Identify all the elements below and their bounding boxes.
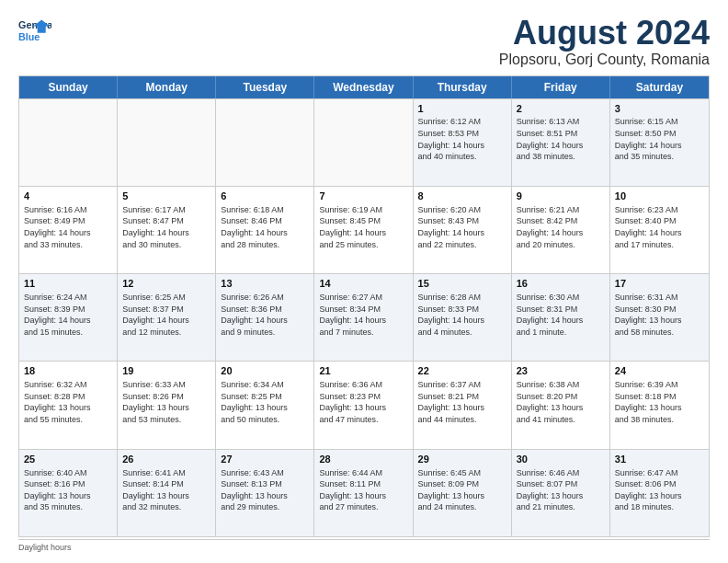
calendar-week-row: 1Sunrise: 6:12 AM Sunset: 8:53 PM Daylig… (19, 98, 709, 186)
cell-info: Sunrise: 6:12 AM Sunset: 8:53 PM Dayligh… (418, 117, 485, 161)
day-number: 16 (517, 277, 605, 291)
cell-info: Sunrise: 6:46 AM Sunset: 8:07 PM Dayligh… (517, 468, 584, 512)
calendar-cell: 10Sunrise: 6:23 AM Sunset: 8:40 PM Dayli… (610, 187, 709, 273)
day-number: 1 (418, 102, 506, 116)
cell-info: Sunrise: 6:47 AM Sunset: 8:06 PM Dayligh… (615, 468, 682, 512)
calendar-cell: 19Sunrise: 6:33 AM Sunset: 8:26 PM Dayli… (118, 362, 216, 448)
day-number: 26 (122, 453, 210, 466)
calendar-cell: 15Sunrise: 6:28 AM Sunset: 8:33 PM Dayli… (414, 274, 512, 361)
calendar-cell (314, 99, 413, 186)
calendar-cell: 23Sunrise: 6:38 AM Sunset: 8:20 PM Dayli… (512, 362, 610, 448)
calendar-cell: 7Sunrise: 6:19 AM Sunset: 8:45 PM Daylig… (314, 187, 413, 273)
calendar-cell: 13Sunrise: 6:26 AM Sunset: 8:36 PM Dayli… (216, 274, 314, 361)
day-number: 14 (319, 277, 407, 291)
cell-info: Sunrise: 6:33 AM Sunset: 8:26 PM Dayligh… (122, 380, 189, 424)
calendar-cell: 28Sunrise: 6:44 AM Sunset: 8:11 PM Dayli… (314, 450, 413, 536)
day-number: 29 (418, 453, 506, 466)
calendar-cell: 6Sunrise: 6:18 AM Sunset: 8:46 PM Daylig… (216, 187, 314, 273)
day-number: 19 (122, 364, 210, 378)
calendar-cell: 5Sunrise: 6:17 AM Sunset: 8:47 PM Daylig… (118, 187, 216, 273)
calendar-cell: 1Sunrise: 6:12 AM Sunset: 8:53 PM Daylig… (414, 99, 512, 186)
day-number: 20 (221, 364, 309, 378)
day-number: 25 (24, 453, 112, 466)
day-number: 12 (122, 277, 210, 291)
day-number: 23 (517, 364, 605, 378)
cell-info: Sunrise: 6:25 AM Sunset: 8:37 PM Dayligh… (122, 293, 189, 337)
day-number: 4 (24, 190, 112, 203)
cell-info: Sunrise: 6:15 AM Sunset: 8:50 PM Dayligh… (615, 117, 682, 161)
calendar-cell: 21Sunrise: 6:36 AM Sunset: 8:23 PM Dayli… (314, 362, 413, 448)
logo-icon: GeneralBlue (18, 15, 51, 48)
calendar-cell: 2Sunrise: 6:13 AM Sunset: 8:51 PM Daylig… (512, 99, 610, 186)
day-number: 21 (319, 364, 407, 378)
calendar-header-cell: Sunday (19, 76, 118, 98)
day-number: 15 (418, 277, 506, 291)
calendar-cell (216, 99, 314, 186)
calendar-cell: 20Sunrise: 6:34 AM Sunset: 8:25 PM Dayli… (216, 362, 314, 448)
calendar-cell: 4Sunrise: 6:16 AM Sunset: 8:49 PM Daylig… (19, 187, 118, 273)
calendar-week-row: 25Sunrise: 6:40 AM Sunset: 8:16 PM Dayli… (19, 449, 709, 536)
cell-info: Sunrise: 6:32 AM Sunset: 8:28 PM Dayligh… (24, 380, 91, 424)
day-number: 30 (517, 453, 605, 466)
calendar-week-row: 4Sunrise: 6:16 AM Sunset: 8:49 PM Daylig… (19, 186, 709, 273)
header: GeneralBlue August 2024 Plopsoru, Gorj C… (18, 15, 710, 68)
calendar-header-cell: Wednesday (314, 76, 413, 98)
calendar-week-row: 18Sunrise: 6:32 AM Sunset: 8:28 PM Dayli… (19, 361, 709, 448)
title-section: August 2024 Plopsoru, Gorj County, Roman… (499, 15, 710, 68)
calendar-cell: 26Sunrise: 6:41 AM Sunset: 8:14 PM Dayli… (118, 450, 216, 536)
calendar-header-cell: Monday (118, 76, 216, 98)
calendar-header-cell: Tuesday (216, 76, 314, 98)
page: GeneralBlue August 2024 Plopsoru, Gorj C… (0, 0, 728, 563)
calendar-header-cell: Friday (512, 76, 610, 98)
day-number: 11 (24, 277, 112, 291)
calendar-header-cell: Thursday (414, 76, 512, 98)
day-number: 22 (418, 364, 506, 378)
calendar-cell: 12Sunrise: 6:25 AM Sunset: 8:37 PM Dayli… (118, 274, 216, 361)
calendar-cell: 17Sunrise: 6:31 AM Sunset: 8:30 PM Dayli… (610, 274, 709, 361)
day-number: 5 (122, 190, 210, 203)
calendar-header-cell: Saturday (610, 76, 709, 98)
calendar-cell: 16Sunrise: 6:30 AM Sunset: 8:31 PM Dayli… (512, 274, 610, 361)
calendar: SundayMondayTuesdayWednesdayThursdayFrid… (18, 75, 710, 537)
cell-info: Sunrise: 6:41 AM Sunset: 8:14 PM Dayligh… (122, 468, 189, 512)
calendar-cell: 31Sunrise: 6:47 AM Sunset: 8:06 PM Dayli… (610, 450, 709, 536)
cell-info: Sunrise: 6:31 AM Sunset: 8:30 PM Dayligh… (615, 293, 682, 337)
calendar-header-row: SundayMondayTuesdayWednesdayThursdayFrid… (19, 76, 709, 98)
cell-info: Sunrise: 6:28 AM Sunset: 8:33 PM Dayligh… (418, 293, 485, 337)
calendar-cell: 18Sunrise: 6:32 AM Sunset: 8:28 PM Dayli… (19, 362, 118, 448)
day-number: 10 (615, 190, 704, 203)
cell-info: Sunrise: 6:43 AM Sunset: 8:13 PM Dayligh… (221, 468, 288, 512)
cell-info: Sunrise: 6:24 AM Sunset: 8:39 PM Dayligh… (24, 293, 91, 337)
main-title: August 2024 (499, 15, 710, 52)
day-number: 18 (24, 364, 112, 378)
cell-info: Sunrise: 6:30 AM Sunset: 8:31 PM Dayligh… (517, 293, 584, 337)
cell-info: Sunrise: 6:40 AM Sunset: 8:16 PM Dayligh… (24, 468, 91, 512)
day-number: 3 (615, 102, 704, 116)
day-number: 27 (221, 453, 309, 466)
cell-info: Sunrise: 6:13 AM Sunset: 8:51 PM Dayligh… (517, 117, 584, 161)
calendar-week-row: 11Sunrise: 6:24 AM Sunset: 8:39 PM Dayli… (19, 273, 709, 361)
cell-info: Sunrise: 6:38 AM Sunset: 8:20 PM Dayligh… (517, 380, 584, 424)
calendar-cell: 8Sunrise: 6:20 AM Sunset: 8:43 PM Daylig… (414, 187, 512, 273)
calendar-cell: 22Sunrise: 6:37 AM Sunset: 8:21 PM Dayli… (414, 362, 512, 448)
calendar-cell: 3Sunrise: 6:15 AM Sunset: 8:50 PM Daylig… (610, 99, 709, 186)
cell-info: Sunrise: 6:26 AM Sunset: 8:36 PM Dayligh… (221, 293, 288, 337)
calendar-cell (118, 99, 216, 186)
day-number: 6 (221, 190, 309, 203)
day-number: 9 (517, 190, 605, 203)
cell-info: Sunrise: 6:20 AM Sunset: 8:43 PM Dayligh… (418, 205, 485, 249)
subtitle: Plopsoru, Gorj County, Romania (499, 52, 710, 68)
cell-info: Sunrise: 6:19 AM Sunset: 8:45 PM Dayligh… (319, 205, 386, 249)
calendar-cell: 24Sunrise: 6:39 AM Sunset: 8:18 PM Dayli… (610, 362, 709, 448)
calendar-cell: 30Sunrise: 6:46 AM Sunset: 8:07 PM Dayli… (512, 450, 610, 536)
cell-info: Sunrise: 6:34 AM Sunset: 8:25 PM Dayligh… (221, 380, 288, 424)
cell-info: Sunrise: 6:45 AM Sunset: 8:09 PM Dayligh… (418, 468, 485, 512)
cell-info: Sunrise: 6:44 AM Sunset: 8:11 PM Dayligh… (319, 468, 386, 512)
cell-info: Sunrise: 6:37 AM Sunset: 8:21 PM Dayligh… (418, 380, 485, 424)
calendar-body: 1Sunrise: 6:12 AM Sunset: 8:53 PM Daylig… (19, 98, 709, 536)
day-number: 28 (319, 453, 407, 466)
logo: GeneralBlue (18, 15, 51, 48)
cell-info: Sunrise: 6:23 AM Sunset: 8:40 PM Dayligh… (615, 205, 682, 249)
calendar-cell: 25Sunrise: 6:40 AM Sunset: 8:16 PM Dayli… (19, 450, 118, 536)
cell-info: Sunrise: 6:36 AM Sunset: 8:23 PM Dayligh… (319, 380, 386, 424)
